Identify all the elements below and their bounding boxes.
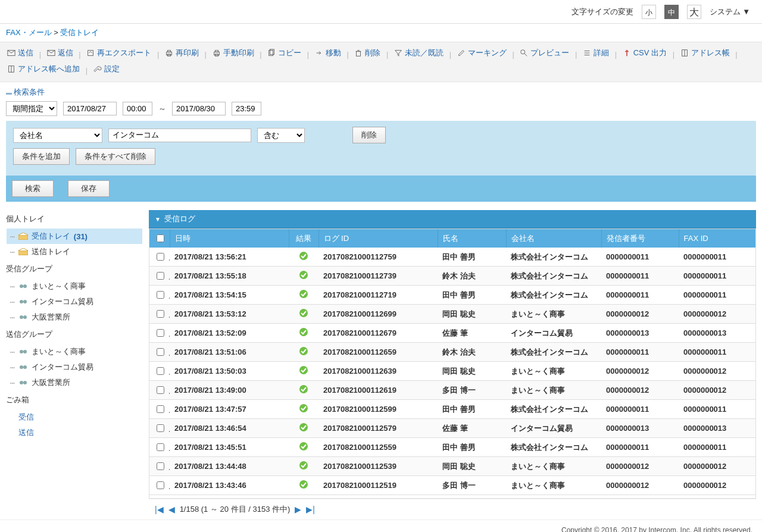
table-scroll[interactable]: 日時 結果 ログ ID 氏名 会社名 発信者番号 FAX ID 2017/08/… [149,229,756,499]
move-button[interactable]: 移動 [315,46,341,60]
svg-point-37 [20,365,23,369]
col-name[interactable]: 氏名 [438,229,506,248]
row-checkbox[interactable] [149,343,170,362]
period-select[interactable]: 期間指定 [6,101,57,116]
sidebar-item-recv-grp3[interactable]: ⋯大阪営業所 [7,309,142,325]
time-from-input[interactable] [123,102,152,115]
export-icon [86,49,95,57]
row-checkbox[interactable] [149,324,170,343]
table-row[interactable]: 2017/08/21 13:52:0920170821000112679佐藤 筆… [149,324,756,343]
pager-prev-button[interactable]: ◀ [168,505,175,514]
date-from-input[interactable] [63,102,117,115]
row-checkbox[interactable] [149,286,170,305]
breadcrumb-current[interactable]: 受信トレイ [60,28,99,37]
col-checkbox[interactable] [149,229,170,248]
detail-button[interactable]: 詳細 [583,46,609,60]
csv-button[interactable]: CSV 出力 [623,46,667,60]
row-checkbox[interactable] [149,419,170,438]
readunread-button[interactable]: 未読／既読 [394,46,444,60]
sidebar-item-send-grp2[interactable]: ⋯インターコム貿易 [7,359,142,375]
sidebar-item-outbox[interactable]: ⋯ 送信トレイ [7,244,142,259]
col-logid[interactable]: ログ ID [318,229,438,248]
clear-conditions-button[interactable]: 条件をすべて削除 [76,148,155,165]
time-to-input[interactable] [232,102,261,115]
row-checkbox[interactable] [149,305,170,324]
table-row[interactable]: 2017/08/21 13:50:0320170821000112639岡田 聡… [149,362,756,381]
pager-first-button[interactable]: |◀ [155,505,164,514]
font-size-small-button[interactable]: 小 [642,5,656,19]
row-company: まいと～く商事 [506,362,601,381]
search-button[interactable]: 検索 [12,180,54,197]
row-checkbox[interactable] [149,438,170,457]
send-button[interactable]: 送信 [7,46,33,60]
settings-button[interactable]: 設定 [93,62,120,76]
col-faxid[interactable]: FAX ID [679,229,756,248]
col-result[interactable]: 結果 [289,229,318,248]
table-row[interactable]: 2017/08/21 13:49:0020170821000112619多田 博… [149,381,756,400]
reprint-button[interactable]: 再印刷 [165,46,199,60]
svg-point-38 [23,365,27,369]
addressbook-button[interactable]: アドレス帳 [680,46,730,60]
breadcrumb-root[interactable]: FAX・メール [6,28,52,37]
value-input[interactable] [108,129,251,142]
add-addressbook-button[interactable]: アドレス帳へ追加 [7,62,80,76]
font-size-large-button[interactable]: 大 [687,5,701,19]
table-row[interactable]: 2017/08/21 13:55:1820170821000112739鈴木 治… [149,267,756,286]
sidebar-item-recv-grp1[interactable]: ⋯まいと～く商事 [7,278,142,294]
sidebar-item-send-grp3[interactable]: ⋯大阪営業所 [7,375,142,390]
reexport-button[interactable]: 再エクスポート [86,46,151,60]
reply-button[interactable]: 返信 [47,46,73,60]
group-icon [18,348,28,355]
sidebar: 個人トレイ ⋯ 受信トレイ (31) ⋯ 送信トレイ 受信グループ ⋯まいと～く… [0,210,143,520]
row-checkbox[interactable] [149,400,170,419]
row-checkbox[interactable] [149,267,170,286]
manualprint-button[interactable]: 手動印刷 [213,46,254,60]
col-datetime[interactable]: 日時 [170,229,289,248]
svg-point-51 [299,442,308,450]
col-company[interactable]: 会社名 [506,229,601,248]
font-size-medium-button[interactable]: 中 [664,5,679,19]
col-caller[interactable]: 発信者番号 [601,229,679,248]
preview-button[interactable]: プレビュー [520,46,569,60]
table-row[interactable]: 2017/08/21 13:44:4820170821000112539岡田 聡… [149,457,756,476]
row-datetime: 2017/08/21 13:44:48 [170,457,289,476]
date-to-input[interactable] [172,102,226,115]
row-name: 田中 善男 [438,438,506,457]
table-row[interactable]: 2017/08/21 13:45:5120170821000112559田中 善… [149,438,756,457]
table-row[interactable]: 2017/08/21 13:47:5720170821000112599田中 善… [149,400,756,419]
row-checkbox[interactable] [149,362,170,381]
sidebar-item-send-grp1[interactable]: ⋯まいと～く商事 [7,344,142,359]
row-checkbox[interactable] [149,381,170,400]
table-row[interactable]: 2017/08/21 13:43:4620170821000112519多田 博… [149,476,756,495]
row-faxid: 0000000011 [679,438,756,457]
row-name: 田中 善男 [438,400,506,419]
system-menu[interactable]: システム ▼ [710,7,750,17]
row-caller: 0000000011 [601,438,679,457]
sidebar-item-trash-out[interactable]: 送信 [7,425,142,440]
row-checkbox[interactable] [149,476,170,495]
pager-next-button[interactable]: ▶ [295,505,301,514]
sidebar-item-recv-grp2[interactable]: ⋯インターコム貿易 [7,294,142,309]
table-row[interactable]: 2017/08/21 13:56:2120170821000112759田中 善… [149,248,756,267]
row-faxid: 0000000011 [679,267,756,286]
pager-last-button[interactable]: ▶| [306,505,315,514]
copy-button[interactable]: コピー [267,46,301,60]
field-select[interactable]: 会社名 [13,128,102,143]
row-checkbox[interactable] [149,248,170,267]
delete-button[interactable]: 削除 [354,46,380,60]
row-datetime: 2017/08/21 13:54:15 [170,286,289,305]
save-button[interactable]: 保存 [68,180,110,197]
marking-button[interactable]: マーキング [457,46,507,60]
match-select[interactable]: 含む [257,128,305,143]
row-checkbox[interactable] [149,457,170,476]
sidebar-item-inbox[interactable]: ⋯ 受信トレイ (31) [7,229,142,244]
table-row[interactable]: 2017/08/21 13:54:1520170821000112719田中 善… [149,286,756,305]
group-icon [18,283,28,290]
table-row[interactable]: 2017/08/21 13:53:1220170821000112699岡田 聡… [149,305,756,324]
table-row[interactable]: 2017/08/21 13:51:0620170821000112659鈴木 治… [149,343,756,362]
delete-condition-button[interactable]: 削除 [352,127,386,143]
row-logid: 20170821000112719 [318,286,438,305]
sidebar-item-trash-in[interactable]: 受信 [7,409,142,425]
table-row[interactable]: 2017/08/21 13:46:5420170821000112579佐藤 筆… [149,419,756,438]
add-condition-button[interactable]: 条件を追加 [13,148,70,165]
